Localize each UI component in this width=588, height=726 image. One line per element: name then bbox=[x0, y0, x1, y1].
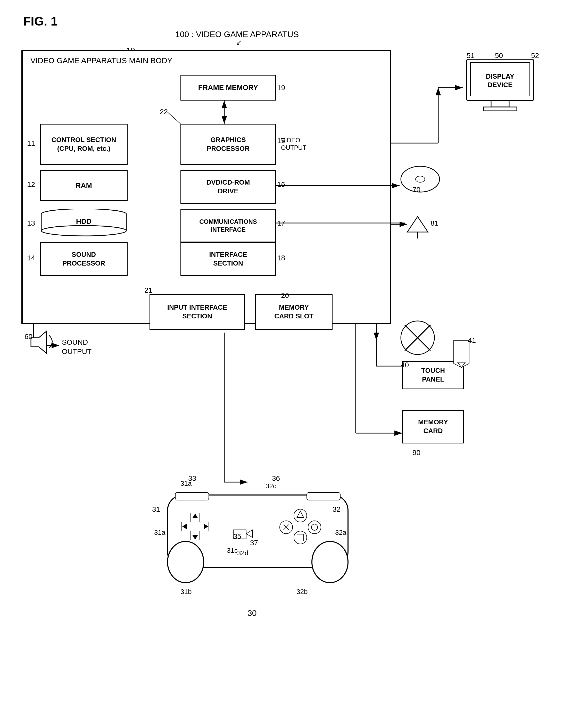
label-32: 32 bbox=[333, 505, 340, 514]
touch-panel-shape bbox=[400, 320, 436, 357]
ram-label: RAM bbox=[76, 181, 92, 190]
sound-processor-box: SOUND PROCESSOR bbox=[40, 242, 128, 276]
label-20: 20 bbox=[281, 291, 289, 299]
label-13: 13 bbox=[27, 219, 35, 227]
label-40: 40 bbox=[401, 361, 409, 369]
control-section-label: CONTROL SECTION (CPU, ROM, etc.) bbox=[51, 136, 116, 153]
label-51: 51 bbox=[467, 51, 475, 60]
label-17: 17 bbox=[277, 219, 285, 227]
memory-card-box: MEMORY CARD bbox=[402, 410, 464, 443]
label-31: 31 bbox=[152, 505, 160, 514]
label-41: 41 bbox=[468, 336, 476, 345]
diagram: FIG. 1 100 : VIDEO GAME APPARATUS ↙ 10 /… bbox=[0, 0, 588, 726]
svg-text:DEVICE: DEVICE bbox=[488, 81, 513, 89]
svg-rect-52 bbox=[491, 101, 509, 107]
svg-marker-65 bbox=[31, 331, 46, 353]
svg-text:DISPLAY: DISPLAY bbox=[486, 72, 514, 80]
label-31b: 31b bbox=[181, 588, 191, 596]
speaker-svg bbox=[28, 330, 59, 356]
label-32b: 32b bbox=[296, 588, 308, 596]
svg-point-57 bbox=[416, 176, 425, 182]
sound-processor-label: SOUND PROCESSOR bbox=[62, 250, 105, 268]
label-14: 14 bbox=[27, 254, 35, 262]
label-18: 18 bbox=[277, 254, 285, 262]
svg-point-84 bbox=[294, 531, 307, 544]
label-52: 52 bbox=[531, 51, 539, 60]
label-35: 35 bbox=[233, 532, 241, 541]
label-11: 11 bbox=[27, 139, 35, 147]
touch-panel-svg bbox=[400, 320, 436, 356]
label-32a: 32a bbox=[335, 528, 346, 537]
label-12: 12 bbox=[27, 181, 35, 189]
svg-point-67 bbox=[168, 541, 204, 583]
label-16: 16 bbox=[277, 181, 285, 189]
comm-interface-box: COMMUNICATIONS INTERFACE bbox=[181, 209, 276, 242]
antenna-svg bbox=[402, 211, 433, 242]
label-30: 30 bbox=[248, 608, 257, 618]
display-device-svg: DISPLAY DEVICE bbox=[464, 57, 536, 119]
display-device-container: DISPLAY DEVICE bbox=[464, 57, 536, 120]
input-interface-box: INPUT INTERFACE SECTION bbox=[149, 294, 245, 330]
video-output-label: VIDEO OUTPUT bbox=[281, 137, 307, 151]
label-31c: 31c bbox=[227, 546, 238, 555]
memory-card-slot-box: MEMORY CARD SLOT bbox=[255, 294, 333, 330]
input-interface-label: INPUT INTERFACE SECTION bbox=[167, 303, 227, 321]
graphics-processor-label: GRAPHICS PROCESSOR bbox=[207, 136, 250, 153]
interface-section-label: INTERFACE SECTION bbox=[209, 250, 247, 268]
memory-card-slot-label: MEMORY CARD SLOT bbox=[274, 303, 313, 321]
svg-rect-87 bbox=[307, 493, 340, 500]
arrow-100: ↙ bbox=[236, 38, 242, 47]
label-22: 22 bbox=[160, 108, 168, 116]
svg-text:HDD: HDD bbox=[76, 217, 92, 225]
control-section-box: CONTROL SECTION (CPU, ROM, etc.) bbox=[40, 124, 128, 165]
label-60: 60 bbox=[24, 333, 33, 341]
label-36: 36 bbox=[272, 474, 280, 483]
frame-memory-box: FRAME MEMORY bbox=[181, 75, 276, 101]
label-21: 21 bbox=[144, 286, 152, 294]
graphics-processor-box: GRAPHICS PROCESSOR bbox=[181, 124, 276, 165]
svg-point-79 bbox=[308, 521, 321, 534]
hdd-container: HDD bbox=[40, 209, 128, 237]
controller-svg bbox=[160, 482, 356, 590]
label-32c: 32c bbox=[266, 482, 276, 490]
label-32d: 32d bbox=[237, 549, 248, 557]
touch-panel-label: TOUCH PANEL bbox=[421, 366, 445, 384]
svg-rect-86 bbox=[175, 493, 209, 500]
interface-section-box: INTERFACE SECTION bbox=[181, 242, 276, 276]
label-50: 50 bbox=[495, 51, 503, 60]
comm-interface-label: COMMUNICATIONS INTERFACE bbox=[199, 217, 257, 233]
frame-memory-label: FRAME MEMORY bbox=[198, 83, 258, 92]
sound-output-label: SOUND OUTPUT bbox=[62, 338, 91, 356]
dvd-cdrom-label: DVD/CD-ROM DRIVE bbox=[207, 178, 250, 196]
label-81: 81 bbox=[430, 219, 439, 227]
speaker-container bbox=[28, 330, 59, 357]
dvd-cdrom-box: DVD/CD-ROM DRIVE bbox=[181, 170, 276, 204]
ram-box: RAM bbox=[40, 170, 128, 201]
fig-title: FIG. 1 bbox=[23, 14, 58, 28]
label-90: 90 bbox=[413, 449, 420, 457]
svg-point-68 bbox=[312, 541, 348, 583]
antenna-container bbox=[402, 211, 433, 243]
label-31a-side: 31a bbox=[154, 528, 165, 537]
svg-marker-58 bbox=[407, 216, 428, 232]
label-19: 19 bbox=[277, 84, 285, 92]
controller-container bbox=[160, 482, 356, 592]
svg-point-48 bbox=[41, 226, 126, 236]
label-70: 70 bbox=[413, 186, 420, 194]
svg-rect-53 bbox=[483, 107, 517, 111]
hdd-svg: HDD bbox=[40, 209, 128, 237]
main-body-label: VIDEO GAME APPARATUS MAIN BODY bbox=[30, 56, 172, 65]
label-33: 33 bbox=[188, 474, 196, 483]
label-37: 37 bbox=[250, 539, 258, 547]
memory-card-label: MEMORY CARD bbox=[418, 418, 448, 435]
apparatus-label: 100 : VIDEO GAME APPARATUS bbox=[175, 30, 299, 39]
